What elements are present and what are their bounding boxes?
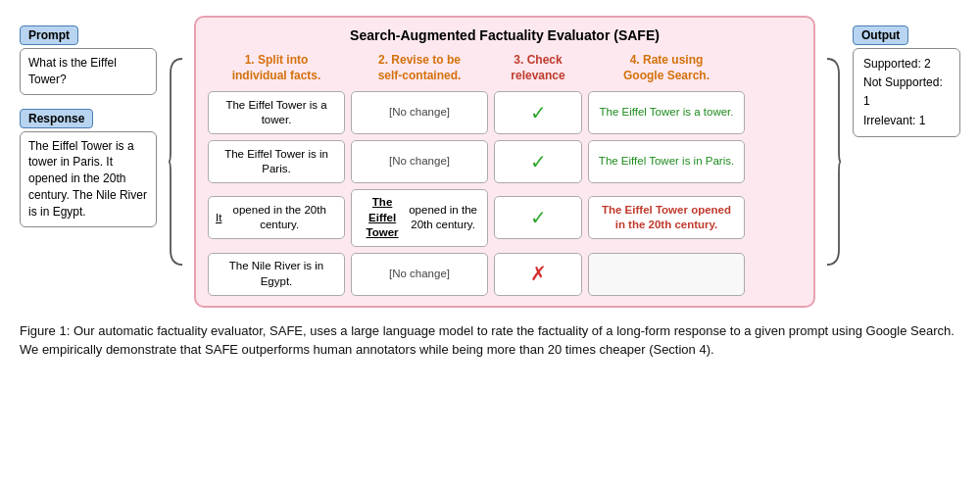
fact-cell-4-2: [No change] — [351, 253, 488, 296]
output-section: Output Supported: 2 Not Supported: 1 Irr… — [853, 25, 960, 137]
prompt-label: Prompt — [20, 25, 78, 45]
left-brace — [167, 16, 184, 308]
fact-cell-2-4: The Eiffel Tower is in Paris. — [588, 140, 745, 183]
right-brace — [825, 16, 843, 308]
output-line-2: Not Supported: 1 — [863, 74, 950, 111]
left-side: Prompt What is the Eiffel Tower? Respons… — [20, 16, 157, 227]
left-brace-svg — [167, 54, 184, 270]
right-side: Output Supported: 2 Not Supported: 1 Irr… — [853, 16, 960, 137]
fact-cell-3-1: It opened in the 20th century. — [208, 196, 345, 239]
prompt-section: Prompt What is the Eiffel Tower? — [20, 25, 157, 95]
output-label: Output — [853, 25, 908, 45]
response-section: Response The Eiffel Tower is a tower in … — [20, 109, 157, 227]
output-box: Supported: 2 Not Supported: 1 Irrelevant… — [853, 48, 960, 137]
fact-cell-4-4 — [588, 253, 745, 296]
safe-title: Search-Augmented Factuality Evaluator (S… — [208, 27, 802, 43]
col-header-4: 4. Rate usingGoogle Search. — [588, 53, 745, 83]
fact-cell-1-1: The Eiffel Tower is a tower. — [208, 91, 345, 134]
fact-cell-4-1: The Nile River is in Egypt. — [208, 253, 345, 296]
table-row: The Nile River is in Egypt. [No change] … — [208, 253, 802, 296]
fact-cell-3-2: The Eiffel Tower opened in the 20th cent… — [351, 189, 488, 247]
right-brace-svg — [825, 54, 843, 270]
fact-cell-1-2: [No change] — [351, 91, 488, 134]
figure-caption: Figure 1: Our automatic factuality evalu… — [20, 321, 960, 360]
it-underline: It — [216, 211, 221, 226]
output-line-1: Supported: 2 — [863, 55, 950, 74]
table-row: It opened in the 20th century. The Eiffe… — [208, 189, 802, 247]
col-header-1: 1. Split intoindividual facts. — [208, 53, 345, 83]
fact-cell-3-3: ✓ — [494, 196, 582, 239]
diagram-area: Prompt What is the Eiffel Tower? Respons… — [20, 16, 960, 308]
response-box: The Eiffel Tower is a tower in Paris. It… — [20, 131, 157, 227]
fact-cell-3-4: The Eiffel Tower opened in the 20th cent… — [588, 196, 745, 239]
response-text: The Eiffel Tower is a tower in Paris. It… — [28, 139, 147, 219]
table-row: The Eiffel Tower is a tower. [No change]… — [208, 91, 802, 134]
response-label: Response — [20, 109, 93, 128]
fact-cell-1-4: The Eiffel Tower is a tower. — [588, 91, 745, 134]
fact-cell-1-3: ✓ — [494, 91, 582, 134]
prompt-box: What is the Eiffel Tower? — [20, 48, 157, 95]
fact-cell-2-1: The Eiffel Tower is in Paris. — [208, 140, 345, 183]
prompt-text: What is the Eiffel Tower? — [28, 56, 117, 86]
revised-bold: The Eiffel Tower — [359, 195, 406, 241]
safe-box: Search-Augmented Factuality Evaluator (S… — [194, 16, 815, 308]
rows-area: The Eiffel Tower is a tower. [No change]… — [208, 91, 802, 296]
table-row: The Eiffel Tower is in Paris. [No change… — [208, 140, 802, 183]
fact-cell-2-2: [No change] — [351, 140, 488, 183]
col-header-3: 3. Checkrelevance — [494, 53, 582, 83]
fact-cell-2-3: ✓ — [494, 140, 582, 183]
columns-header: 1. Split intoindividual facts. 2. Revise… — [208, 53, 802, 83]
fact-cell-4-3: ✗ — [494, 253, 582, 296]
output-line-3: Irrelevant: 1 — [863, 112, 950, 130]
col-header-2: 2. Revise to beself-contained. — [351, 53, 488, 83]
